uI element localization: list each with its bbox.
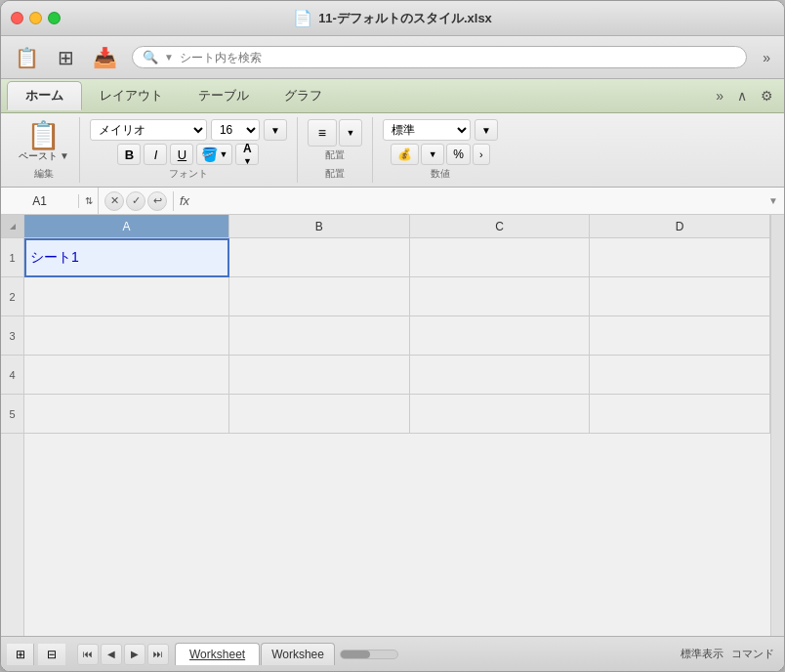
tab-graph[interactable]: グラフ (267, 82, 340, 109)
window-controls (11, 12, 61, 24)
sheet-tab-worksheet[interactable]: Worksheet (175, 643, 260, 665)
cell-b4[interactable] (229, 356, 410, 395)
cell-c2[interactable] (410, 277, 591, 316)
currency-dropdown-button[interactable]: ▼ (421, 144, 444, 165)
grid-area: A B C D シート1 (24, 215, 770, 636)
font-color-button[interactable]: A ▼ (235, 144, 259, 165)
cell-b5[interactable] (229, 395, 410, 434)
bold-button[interactable]: B (117, 144, 141, 165)
font-group-label: フォント (169, 167, 208, 181)
cell-a3[interactable] (24, 316, 229, 356)
cell-a4[interactable] (24, 356, 229, 395)
formula-confirm-button[interactable]: ✓ (126, 191, 145, 211)
cell-b2[interactable] (229, 277, 410, 316)
formula-undo-button[interactable]: ↩ (147, 191, 167, 211)
cell-d3[interactable] (590, 316, 770, 356)
svg-marker-0 (10, 224, 16, 230)
nav-first-button[interactable]: ⏮ (77, 644, 99, 665)
cell-b3[interactable] (229, 316, 410, 356)
font-size-select[interactable]: 16 (211, 119, 260, 141)
cell-d4[interactable] (590, 356, 770, 395)
number-dropdown-button[interactable]: ▼ (475, 119, 498, 141)
currency-button[interactable]: 💰 (391, 144, 419, 165)
row-headers: 1 2 3 4 5 (1, 215, 24, 636)
import-button[interactable]: 📥 (89, 42, 120, 73)
col-header-c[interactable]: C (410, 215, 591, 237)
col-header-a[interactable]: A (24, 215, 229, 237)
cell-c5[interactable] (410, 395, 591, 434)
cell-a2[interactable] (24, 277, 229, 316)
col-header-b[interactable]: B (229, 215, 410, 237)
corner-icon (8, 222, 18, 231)
status-bar: 標準表示 コマンド (681, 647, 784, 661)
tab-scrollbar[interactable] (340, 650, 398, 659)
underline-button[interactable]: U (170, 144, 193, 165)
nav-last-button[interactable]: ⏭ (147, 644, 169, 665)
edit-group-label: 編集 (34, 167, 54, 181)
view-buttons: ⊞ ⊟ (1, 644, 71, 665)
cell-d1[interactable] (590, 238, 770, 277)
ribbon-overflow-button[interactable]: » (711, 86, 728, 105)
new-button[interactable]: 📋 (11, 42, 42, 73)
increase-decimal-button[interactable]: › (473, 144, 490, 165)
cell-a5[interactable] (24, 395, 229, 434)
ribbon-settings-button[interactable]: ⚙ (756, 86, 778, 105)
tab-layout[interactable]: レイアウト (82, 82, 181, 109)
cell-a1[interactable]: シート1 (24, 238, 229, 277)
paste-button[interactable]: 📋 (26, 122, 61, 149)
number-format-select[interactable]: 標準 (383, 119, 471, 141)
font-row-2: B I U 🪣 ▼ A ▼ (117, 144, 259, 165)
formula-cancel-button[interactable]: ✕ (104, 191, 124, 211)
tab-table[interactable]: テーブル (181, 82, 267, 109)
font-family-select[interactable]: メイリオ (90, 119, 207, 141)
cell-c1[interactable] (410, 238, 591, 277)
grid-button[interactable]: ⊞ (50, 42, 81, 73)
cell-b1[interactable] (229, 238, 410, 277)
cell-d5[interactable] (590, 395, 770, 434)
formula-input[interactable] (195, 194, 768, 208)
ribbon-collapse-button[interactable]: ∧ (732, 86, 752, 105)
percent-button[interactable]: % (446, 144, 471, 165)
file-icon: 📄 (293, 9, 312, 27)
toolbar-overflow-button[interactable]: » (759, 48, 774, 67)
fill-color-button[interactable]: 🪣 ▼ (196, 144, 232, 165)
maximize-button[interactable] (48, 12, 61, 24)
paste-icon: 📋 (26, 122, 61, 149)
sort-icon[interactable]: ⇅ (79, 188, 99, 214)
align-group-content: ≡ ▼ 配置 (308, 119, 362, 165)
minimize-button[interactable] (29, 12, 42, 24)
cell-c3[interactable] (410, 316, 591, 356)
row-number-2: 2 (1, 277, 23, 316)
align-button[interactable]: ≡ (308, 119, 337, 147)
col-header-d[interactable]: D (590, 215, 770, 237)
italic-button[interactable]: I (144, 144, 167, 165)
tab-home[interactable]: ホーム (7, 81, 82, 110)
grid-rows: シート1 (24, 238, 770, 636)
align-group: ≡ ▼ 配置 配置 (298, 117, 373, 183)
fill-dropdown-icon[interactable]: ▼ (219, 149, 227, 159)
nav-prev-button[interactable]: ◀ (101, 644, 122, 665)
ribbon: ホーム レイアウト テーブル グラフ » ∧ ⚙ (1, 79, 784, 113)
sheet-tab-worksheet2[interactable]: Workshee (261, 643, 335, 665)
grid-view-button[interactable]: ⊞ (7, 644, 34, 665)
font-color-dropdown-icon[interactable]: ▼ (243, 156, 252, 166)
font-color-a-label: A (243, 143, 252, 154)
search-input[interactable] (180, 51, 736, 64)
split-view-button[interactable]: ⊟ (38, 644, 65, 665)
bottom-bar: ⊞ ⊟ ⏮ ◀ ▶ ⏭ Worksheet Workshee 標準表示 コマンド (1, 636, 784, 671)
vertical-scrollbar[interactable] (770, 215, 784, 636)
align-dropdown-button[interactable]: ▼ (339, 119, 362, 147)
cell-reference[interactable]: A1 (1, 194, 79, 208)
paste-dropdown-icon[interactable]: ▼ (60, 150, 69, 161)
command-label: コマンド (731, 647, 774, 661)
search-bar: 🔍 ▼ (132, 46, 747, 68)
table-row (24, 395, 770, 434)
search-dropdown-icon[interactable]: ▼ (164, 52, 174, 63)
column-headers: A B C D (24, 215, 770, 238)
font-expand-button[interactable]: ▼ (264, 119, 287, 141)
edit-group-content: 📋 ペースト ▼ (19, 119, 69, 165)
close-button[interactable] (11, 12, 23, 24)
nav-next-button[interactable]: ▶ (124, 644, 145, 665)
cell-d2[interactable] (590, 277, 770, 316)
cell-c4[interactable] (410, 356, 591, 395)
